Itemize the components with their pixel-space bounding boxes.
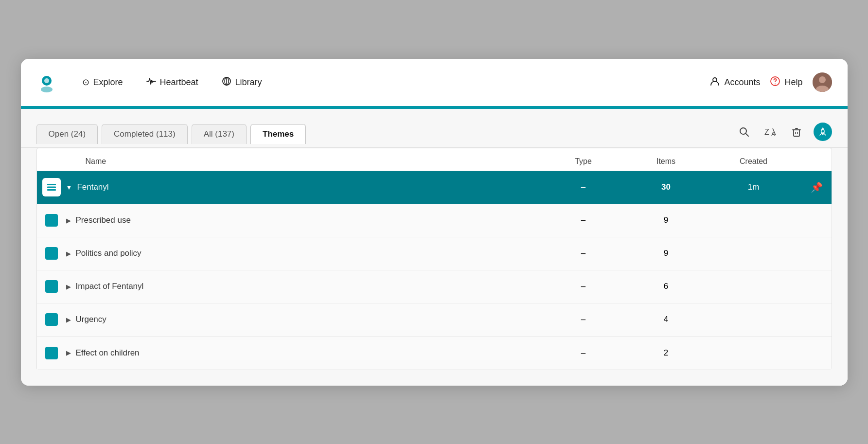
chevron-down-icon[interactable]: ▼ bbox=[66, 184, 72, 191]
nav-help[interactable]: Help bbox=[770, 76, 802, 89]
svg-rect-25 bbox=[47, 189, 56, 191]
table-row[interactable]: ▼ Fentanyl – 30 1m 📌 bbox=[37, 171, 832, 204]
row-icon-cell bbox=[37, 280, 66, 293]
row-type: – bbox=[540, 282, 627, 291]
row-items: 4 bbox=[627, 315, 705, 324]
row-label: Fentanyl bbox=[77, 182, 108, 192]
table-row[interactable]: ▶ Urgency – 4 bbox=[37, 303, 832, 337]
table-row[interactable]: ▶ Impact of Fentanyl – 6 bbox=[37, 270, 832, 303]
tab-completed[interactable]: Completed (113) bbox=[102, 124, 188, 144]
table-row[interactable]: ▶ Politics and policy – 9 bbox=[37, 237, 832, 270]
nav-accounts[interactable]: Accounts bbox=[709, 76, 760, 89]
svg-point-22 bbox=[821, 130, 824, 133]
row-items: 9 bbox=[627, 215, 705, 225]
help-icon bbox=[770, 76, 780, 89]
chevron-right-icon[interactable]: ▶ bbox=[66, 316, 71, 323]
chevron-right-icon[interactable]: ▶ bbox=[66, 283, 71, 290]
tab-all[interactable]: All (137) bbox=[192, 124, 247, 144]
nav-heartbeat[interactable]: Heartbeat bbox=[137, 71, 208, 93]
row-label: Impact of Fentanyl bbox=[76, 282, 144, 291]
nav-explore[interactable]: ⊙ Explore bbox=[72, 72, 133, 92]
svg-text:Z: Z bbox=[764, 128, 769, 136]
app-window: ⊙ Explore Heartbeat bbox=[21, 59, 848, 386]
heartbeat-icon bbox=[146, 76, 156, 89]
row-icon-small bbox=[45, 280, 58, 293]
rocket-button[interactable] bbox=[814, 123, 832, 141]
row-type: – bbox=[540, 348, 627, 358]
nav-library-label: Library bbox=[235, 77, 262, 88]
nav-links: ⊙ Explore Heartbeat bbox=[72, 71, 706, 93]
row-label: Prescribed use bbox=[76, 215, 131, 225]
toolbar: Open (24) Completed (113) All (137) Them… bbox=[21, 109, 848, 148]
delete-button[interactable] bbox=[787, 123, 806, 141]
row-icon-small bbox=[45, 247, 58, 260]
row-created: 1m bbox=[705, 182, 802, 192]
svg-line-13 bbox=[745, 134, 748, 137]
app-logo[interactable] bbox=[36, 72, 57, 92]
nav-right: Accounts Help bbox=[709, 72, 832, 92]
col-type: Type bbox=[540, 157, 627, 166]
explore-icon: ⊙ bbox=[82, 77, 89, 88]
svg-point-10 bbox=[819, 76, 826, 83]
toolbar-icons: Z A bbox=[735, 123, 832, 145]
row-icon-cell bbox=[37, 247, 66, 260]
row-name-cell: ▶ Politics and policy bbox=[66, 249, 540, 258]
nav-library[interactable]: Library bbox=[212, 71, 272, 93]
table-row[interactable]: ▶ Effect on children – 2 bbox=[37, 337, 832, 370]
svg-point-2 bbox=[41, 87, 53, 92]
row-icon-cell bbox=[37, 347, 66, 359]
row-items: 30 bbox=[627, 182, 705, 192]
svg-rect-17 bbox=[794, 130, 799, 136]
sort-button[interactable]: Z A bbox=[761, 123, 779, 141]
row-name-cell: ▶ Urgency bbox=[66, 315, 540, 324]
row-name-cell: ▶ Effect on children bbox=[66, 348, 540, 358]
table-area: Name Type Items Created bbox=[21, 148, 848, 386]
nav-accounts-label: Accounts bbox=[724, 77, 760, 88]
pin-icon[interactable]: 📌 bbox=[802, 181, 832, 193]
row-items: 9 bbox=[627, 249, 705, 258]
row-label: Politics and policy bbox=[76, 249, 142, 258]
chevron-right-icon[interactable]: ▶ bbox=[66, 250, 71, 257]
row-name-cell: ▼ Fentanyl bbox=[66, 182, 540, 192]
svg-rect-23 bbox=[47, 184, 56, 185]
chevron-right-icon[interactable]: ▶ bbox=[66, 349, 71, 356]
nav-bar: ⊙ Explore Heartbeat bbox=[21, 59, 848, 107]
row-icon-cell bbox=[37, 313, 66, 326]
user-avatar[interactable] bbox=[813, 72, 832, 92]
tab-open[interactable]: Open (24) bbox=[36, 124, 98, 144]
svg-rect-24 bbox=[47, 187, 56, 188]
table-header: Name Type Items Created bbox=[37, 148, 832, 171]
col-created: Created bbox=[705, 157, 802, 166]
row-type: – bbox=[540, 315, 627, 324]
row-items: 2 bbox=[627, 348, 705, 358]
row-icon-cell bbox=[37, 214, 66, 227]
row-type: – bbox=[540, 182, 627, 192]
row-label: Effect on children bbox=[76, 348, 140, 358]
col-name: Name bbox=[66, 157, 540, 166]
table-row[interactable]: ▶ Prescribed use – 9 bbox=[37, 204, 832, 237]
svg-point-1 bbox=[44, 78, 49, 83]
row-items: 6 bbox=[627, 282, 705, 291]
row-label: Urgency bbox=[76, 315, 106, 324]
svg-text:A: A bbox=[771, 131, 775, 137]
nav-explore-label: Explore bbox=[93, 77, 123, 88]
search-button[interactable] bbox=[735, 123, 753, 141]
row-icon-small bbox=[45, 214, 58, 227]
row-type: – bbox=[540, 215, 627, 225]
chevron-right-icon[interactable]: ▶ bbox=[66, 217, 71, 224]
row-icon bbox=[42, 178, 61, 196]
row-type: – bbox=[540, 249, 627, 258]
row-name-cell: ▶ Prescribed use bbox=[66, 215, 540, 225]
nav-heartbeat-label: Heartbeat bbox=[160, 77, 198, 88]
tab-themes[interactable]: Themes bbox=[250, 124, 306, 144]
accounts-icon bbox=[709, 76, 720, 89]
col-items: Items bbox=[627, 157, 705, 166]
row-icon-small bbox=[45, 347, 58, 359]
row-icon-cell bbox=[37, 178, 66, 196]
row-icon-small bbox=[45, 313, 58, 326]
nav-help-label: Help bbox=[784, 77, 802, 88]
library-icon bbox=[222, 76, 231, 89]
row-name-cell: ▶ Impact of Fentanyl bbox=[66, 282, 540, 291]
svg-point-8 bbox=[775, 83, 776, 84]
